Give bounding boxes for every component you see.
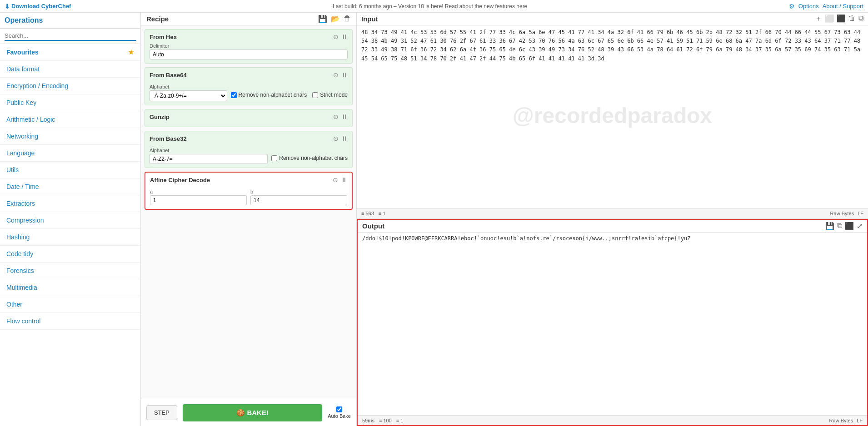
from-base64-disable-icon[interactable]: ⊙ [333,71,339,79]
gear-icon: ⚙ [789,3,795,10]
from-base64-pause-icon[interactable]: ⏸ [341,71,348,79]
sidebar-item-code-tidy[interactable]: Code tidy [0,246,140,263]
input-icons: ＋ ⬜ ⬛ 🗑 ⧉ [815,14,863,24]
from-base64-alphabet-select[interactable]: A-Za-z0-9+/= [150,90,227,101]
input-content[interactable]: 48 34 73 49 41 4c 53 53 6d 57 55 41 2f 7… [357,25,868,208]
download-label[interactable]: Download CyberChef [11,3,71,10]
sidebar-item-favourites[interactable]: Favourites★ [0,44,140,61]
autobake-checkbox[interactable] [336,406,342,412]
remove-non-alphabet-checkbox[interactable] [231,92,237,98]
strict-mode-label[interactable]: Strict mode [312,92,348,98]
options-link[interactable]: Options [798,3,819,10]
from-hex-disable-icon[interactable]: ⊙ [333,33,339,40]
input-add-icon[interactable]: ＋ [815,14,822,24]
sidebar-item-encryption-encoding[interactable]: Encryption / Encoding [0,78,140,94]
output-status-chars: ≡ 100 [379,418,392,423]
sidebar-item-forensics[interactable]: Forensics [0,263,140,279]
from-base32-remove-label[interactable]: Remove non-alphabet chars [271,155,348,161]
sidebar-item-utils[interactable]: Utils [0,162,140,178]
recipe-header: Recipe 💾 📂 🗑 [141,13,356,25]
sidebar-item-public-key[interactable]: Public Key [0,94,140,111]
from-base32-remove-checkbox[interactable] [271,155,277,161]
input-split-icon[interactable]: ⬜ [825,14,834,24]
gunzip-disable-icon[interactable]: ⊙ [333,113,339,120]
recipe-step-from-base64: From Base64 ⊙ ⏸ Alphabet A-Za-z0-9+/= [145,67,353,105]
topbar: ⬇ Download CyberChef Last build: 6 month… [0,0,868,13]
download-icon: ⬇ [5,3,10,10]
recipe-title: Recipe [146,15,169,23]
topbar-right: ⚙ Options About / Support [789,3,863,10]
autobake-container: Auto Bake [328,406,351,419]
recipe-step-from-hex: From Hex ⊙ ⏸ Delimiter [145,29,353,64]
output-fullscreen-icon[interactable]: ⤢ [857,222,863,230]
sidebar-item-other[interactable]: Other [0,296,140,313]
sidebar-item-flow-control[interactable]: Flow control [0,313,140,330]
recipe-area: Recipe 💾 📂 🗑 From Hex ⊙ ⏸ Delimiter [141,13,357,426]
gunzip-pause-icon[interactable]: ⏸ [341,113,348,120]
affine-b-input[interactable] [250,195,347,205]
sidebar-item-networking[interactable]: Networking [0,128,140,145]
search-input[interactable] [5,31,136,41]
output-area: Output 💾 ⧉ ⬛ ⤢ /ddo!$10!pod!KPOWRE@EFRKC… [357,219,868,426]
topbar-center: Last build: 6 months ago – Version 10 is… [333,3,527,10]
delete-recipe-icon[interactable]: 🗑 [344,15,351,23]
input-clear-icon[interactable]: 🗑 [848,14,856,24]
from-hex-title: From Hex [150,34,177,40]
from-base32-title: From Base32 [150,135,187,142]
save-recipe-icon[interactable]: 💾 [318,15,327,23]
sidebar-item-extractors[interactable]: Extractors [0,195,140,212]
output-save-icon[interactable]: 💾 [825,222,834,230]
from-base64-alphabet-label: Alphabet [150,84,227,89]
sidebar-item-date-time[interactable]: Date / Time [0,178,140,195]
sidebar-header: Operations [0,13,140,29]
affine-disable-icon[interactable]: ⊙ [333,176,338,183]
output-icons: 💾 ⧉ ⬛ ⤢ [825,222,863,230]
gunzip-title: Gunzip [150,114,170,120]
strict-mode-checkbox[interactable] [312,92,318,98]
output-copy-icon[interactable]: ⧉ [837,222,842,230]
from-base32-pause-icon[interactable]: ⏸ [341,135,348,142]
bake-button[interactable]: 🍪 BAKE! [183,404,322,421]
main: Operations Favourites★Data formatEncrypt… [0,13,868,426]
recipe-footer: STEP 🍪 BAKE! Auto Bake [141,399,356,426]
output-lf[interactable]: LF [857,418,863,423]
sidebar: Operations Favourites★Data formatEncrypt… [0,13,141,426]
input-lf[interactable]: LF [858,211,863,216]
from-hex-delimiter-input[interactable] [150,50,348,59]
input-header: Input ＋ ⬜ ⬛ 🗑 ⧉ [357,13,868,25]
recipe-step-gunzip: Gunzip ⊙ ⏸ [145,109,353,127]
topbar-left: ⬇ Download CyberChef [5,3,71,10]
step-button[interactable]: STEP [146,405,177,420]
about-link[interactable]: About / Support [823,3,863,10]
input-statusbar-right: Raw Bytes LF [830,211,863,216]
sidebar-item-hashing[interactable]: Hashing [0,229,140,246]
sidebar-item-compression[interactable]: Compression [0,212,140,229]
affine-a-label: a [150,189,247,194]
sidebar-item-language[interactable]: Language [0,145,140,162]
download-link[interactable]: ⬇ Download CyberChef [5,3,71,10]
input-title: Input [361,15,378,23]
remove-non-alphabet-label[interactable]: Remove non-alphabet chars [231,92,307,98]
input-raw-bytes[interactable]: Raw Bytes [830,211,854,216]
build-info: Last build: 6 months ago – Version 10 is… [333,3,527,10]
star-icon: ★ [128,49,134,56]
input-statusbar-left: ≡ 563 ≡ 1 [361,211,385,216]
from-hex-pause-icon[interactable]: ⏸ [341,33,348,40]
open-recipe-icon[interactable]: 📂 [331,15,340,23]
from-base32-disable-icon[interactable]: ⊙ [333,135,339,142]
sidebar-item-arithmetic-logic[interactable]: Arithmetic / Logic [0,111,140,128]
input-expand-icon[interactable]: ⬛ [837,14,846,24]
sidebar-item-multimedia[interactable]: Multimedia [0,279,140,296]
autobake-label[interactable]: Auto Bake [328,413,351,419]
output-expand-icon[interactable]: ⬛ [845,222,854,230]
from-base32-alphabet-input[interactable] [150,154,268,164]
output-raw-bytes[interactable]: Raw Bytes [829,418,853,423]
affine-b-label: b [250,189,347,194]
affine-pause-icon[interactable]: ⏸ [341,176,347,183]
affine-a-input[interactable] [150,195,247,205]
input-copy-icon[interactable]: ⧉ [858,14,863,24]
sidebar-item-data-format[interactable]: Data format [0,61,140,78]
input-statusbar: ≡ 563 ≡ 1 Raw Bytes LF [357,208,868,218]
recipe-step-from-base32: From Base32 ⊙ ⏸ Alphabet Remove non- [145,131,353,168]
output-statusbar-left: 59ms ≡ 100 ≡ 1 [362,418,403,423]
